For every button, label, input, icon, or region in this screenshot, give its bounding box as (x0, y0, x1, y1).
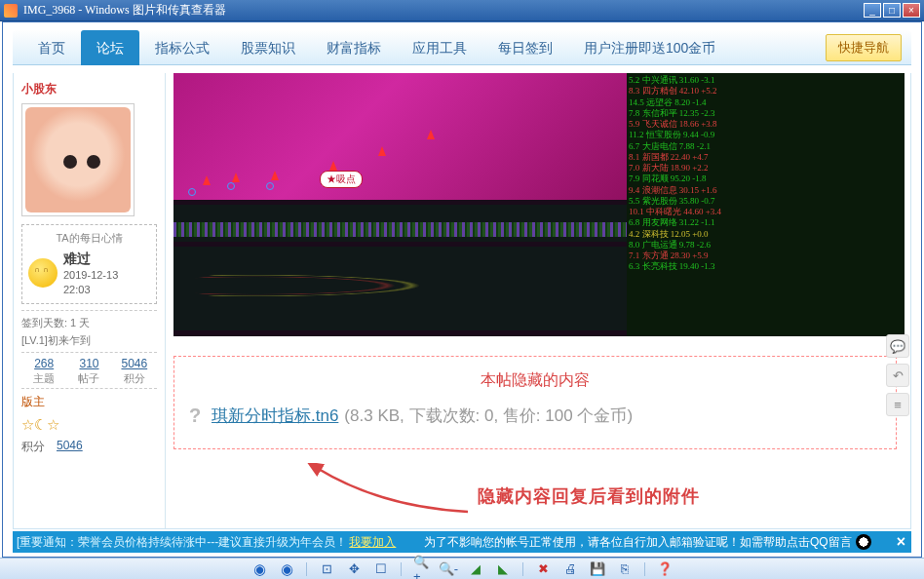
stock-list: 5.2 中兴通讯 31.60 -3.1 8.3 四方精创 42.10 +5.2 … (627, 73, 905, 336)
app-icon (4, 4, 18, 18)
user-badges: ☆☾☆ (21, 413, 157, 437)
user-stats-row: 268主题 310帖子 5046积分 (21, 352, 157, 389)
next-button[interactable]: ◉ (279, 561, 294, 577)
main-content: ★吸点 5.2 中兴通讯 31.60 -3.1 8.3 四方精创 42.10 +… (166, 73, 910, 528)
mood-name: 难过 (63, 250, 118, 268)
user-role: 版主 (21, 389, 157, 413)
user-sidebar: 小股东 TA的每日心情 难过 2019-12-13 22:03 签到天数: 1 … (14, 73, 166, 528)
chart-annotation: ★吸点 (320, 171, 363, 188)
quick-nav-button[interactable]: 快捷导航 (826, 34, 902, 61)
user-avatar[interactable] (21, 103, 135, 216)
qq-icon[interactable] (856, 534, 871, 550)
callout-arrow (302, 463, 478, 521)
mood-face-icon (28, 258, 58, 288)
points-value[interactable]: 5046 (57, 439, 83, 455)
mood-header: TA的每日心情 (26, 231, 152, 246)
attachment-link[interactable]: 琪新分时指标.tn6 (212, 405, 338, 427)
mood-date: 2019-12-13 (63, 268, 118, 283)
nav-home[interactable]: 首页 (22, 30, 81, 65)
rotate-cw-button[interactable]: ◣ (495, 561, 511, 577)
nav-indicator[interactable]: 指标公式 (139, 30, 225, 65)
nav-tools[interactable]: 应用工具 (397, 30, 482, 65)
maximize-button[interactable]: □ (883, 3, 901, 18)
user-level: [LV.1]初来乍到 (21, 333, 157, 352)
nav-forum[interactable]: 论坛 (81, 30, 139, 65)
stat-topics-n[interactable]: 268 (21, 357, 66, 370)
save-button[interactable]: 💾 (590, 561, 605, 577)
notice-close[interactable]: × (897, 533, 905, 551)
close-button[interactable]: × (903, 3, 920, 18)
fit-button[interactable]: ⊡ (319, 561, 334, 577)
attachment-info: (8.3 KB, 下载次数: 0, 售价: 100 个金币) (344, 405, 633, 427)
rotate-ccw-button[interactable]: ◢ (468, 561, 483, 577)
viewer-toolbar: ◉ ◉ ⊡ ✥ ☐ 🔍+ 🔍- ◢ ◣ ✖ 🖨 💾 ⎘ ❓ (0, 558, 924, 579)
top-nav: 首页 论坛 指标公式 股票知识 财富指标 应用工具 每日签到 用户注册即送100… (13, 30, 911, 65)
username[interactable]: 小股东 (21, 81, 157, 97)
zoomin-button[interactable]: 🔍+ (413, 561, 429, 577)
points-label: 积分 (21, 439, 45, 455)
nav-checkin[interactable]: 每日签到 (482, 30, 568, 65)
copy-button[interactable]: ⎘ (617, 561, 633, 577)
float-menu-icon[interactable]: ≡ (886, 393, 909, 416)
nav-wealth[interactable]: 财富指标 (311, 30, 397, 65)
window-title: IMG_3968 - Windows 图片和传真查看器 (23, 2, 862, 19)
stat-posts-n[interactable]: 310 (66, 357, 111, 370)
prev-button[interactable]: ◉ (251, 561, 267, 577)
notice-lead: [重要通知：荣誉会员价格持续待涨中---建议直接升级为年会员！ (17, 534, 347, 551)
zoomout-button[interactable]: 🔍- (441, 561, 456, 577)
file-type-icon: ? (184, 405, 206, 427)
float-back-icon[interactable]: ↶ (886, 364, 909, 387)
float-chat-icon[interactable]: 💬 (886, 334, 909, 358)
help-button[interactable]: ❓ (657, 561, 673, 577)
slideshow-button[interactable]: ☐ (373, 561, 389, 577)
notice-link-join[interactable]: 我要加入 (349, 534, 396, 551)
notice-text-2: 为了不影响您的帐号正常使用，请各位自行加入邮箱验证呢！如需帮助点击QQ留言 (424, 534, 852, 551)
nav-knowledge[interactable]: 股票知识 (225, 30, 311, 65)
hidden-title: 本帖隐藏的内容 (184, 370, 886, 391)
mood-time: 22:03 (63, 283, 118, 297)
callout-text: 隐藏内容回复后看到的附件 (478, 484, 700, 508)
nav-register[interactable]: 用户注册即送100金币 (568, 30, 731, 65)
notice-bar: [重要通知：荣誉会员价格持续待涨中---建议直接升级为年会员！ 我要加入 为了不… (13, 531, 911, 553)
signin-days: 签到天数: 1 天 (21, 310, 157, 333)
delete-button[interactable]: ✖ (535, 561, 551, 577)
stat-points-n[interactable]: 5046 (112, 357, 157, 370)
mood-box: TA的每日心情 难过 2019-12-13 22:03 (21, 224, 157, 304)
float-toolbar: 💬 ↶ ≡ (886, 334, 909, 416)
hidden-content-box: 本帖隐藏的内容 ? 琪新分时指标.tn6 (8.3 KB, 下载次数: 0, 售… (173, 356, 897, 449)
print-button[interactable]: 🖨 (562, 561, 578, 577)
actual-button[interactable]: ✥ (346, 561, 362, 577)
stock-chart-image: ★吸点 5.2 中兴通讯 31.60 -3.1 8.3 四方精创 42.10 +… (173, 73, 905, 336)
minimize-button[interactable]: _ (864, 3, 881, 18)
